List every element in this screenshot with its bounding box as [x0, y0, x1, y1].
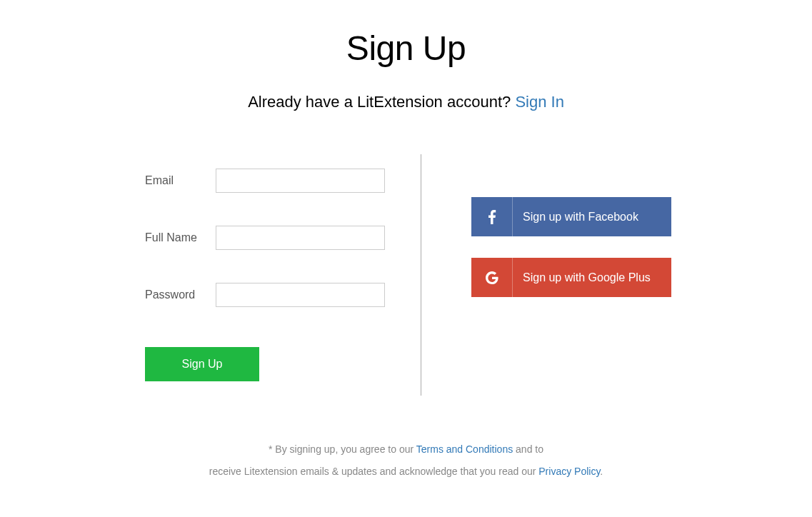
facebook-signup-label: Sign up with Facebook — [513, 211, 671, 224]
facebook-signup-button[interactable]: Sign up with Facebook — [471, 197, 671, 236]
subtitle-text: Already have a LitExtension account? — [248, 93, 515, 111]
page-title: Sign Up — [0, 29, 812, 68]
password-label: Password — [145, 288, 216, 301]
footer-text-3: receive Litextension emails & updates an… — [209, 466, 539, 477]
google-signup-label: Sign up with Google Plus — [513, 271, 671, 284]
footer-text-4: . — [600, 466, 603, 477]
privacy-link[interactable]: Privacy Policy — [538, 466, 600, 477]
password-field[interactable] — [216, 283, 385, 307]
subtitle: Already have a LitExtension account? Sig… — [0, 93, 812, 111]
fullname-label: Full Name — [145, 231, 216, 244]
footer: * By signing up, you agree to our Terms … — [0, 438, 812, 483]
footer-text-1: * By signing up, you agree to our — [269, 443, 416, 455]
google-signup-button[interactable]: Sign up with Google Plus — [471, 258, 671, 297]
email-field[interactable] — [216, 169, 385, 193]
terms-link[interactable]: Terms and Conditions — [416, 443, 513, 455]
footer-text-2: and to — [513, 443, 543, 455]
sign-in-link[interactable]: Sign In — [515, 93, 564, 111]
signup-button[interactable]: Sign Up — [145, 347, 259, 381]
facebook-icon — [471, 197, 513, 236]
email-label: Email — [145, 174, 216, 187]
google-icon — [471, 258, 513, 297]
fullname-field[interactable] — [216, 226, 385, 250]
